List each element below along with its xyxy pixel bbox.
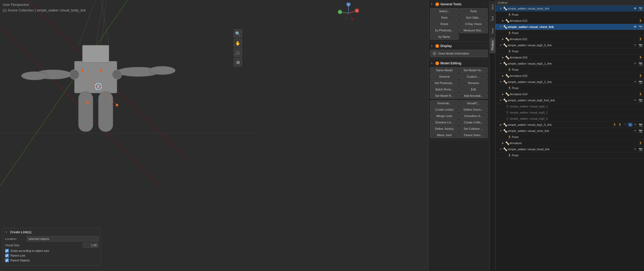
camera-icon-leg10[interactable]: 📷 [638, 122, 643, 127]
outliner-item-armature-016[interactable]: 🦴 Armature.016 🏃 [495, 55, 644, 61]
outliner-item-neck-link[interactable]: 🦴 simple_walker::visual_neck_link 👁 📷 [495, 128, 644, 134]
expand-leg0-0-link[interactable] [499, 43, 503, 47]
outliner-item-pose-head[interactable]: 🏃 Pose [495, 152, 644, 159]
draw-model-info-btn[interactable]: i Draw Model Information [430, 50, 488, 57]
scale-checkbox[interactable] [5, 249, 9, 253]
by-name-btn[interactable]: by Name [430, 34, 459, 40]
model-editing-header[interactable]: Model Editing ⋮⋮ [428, 60, 489, 66]
outliner-item-leg0-0-mesh[interactable]: ▽ simple_walker::visual_leg0_0 [495, 116, 644, 122]
select-btn[interactable]: Select... [430, 8, 459, 14]
expand-pose-leg02[interactable] [503, 86, 507, 90]
define-joints-btn[interactable]: Define Joint(s) [430, 126, 459, 132]
measure-dist-btn[interactable]: Measure Dist... [459, 27, 488, 33]
expand-pose-neck[interactable] [503, 135, 507, 139]
outliner-item-visual-chest-link[interactable]: 🦴 simple_walker::visual_chest_link 👁 📷 [495, 24, 644, 30]
tab-phobos[interactable]: Phobos [490, 37, 495, 53]
expand-armature-neck[interactable] [501, 141, 505, 145]
outliner-item-armature-neck[interactable]: 🦴 Armature 🏃 [495, 140, 644, 146]
outliner-item-pose-leg01[interactable]: 🏃 Pose [495, 67, 644, 73]
outliner-item-armature-015[interactable]: 🦴 Armature.015 🏃 [495, 73, 644, 79]
camera-icon-leg02[interactable]: 📷 [638, 80, 643, 84]
set-model-r-btn[interactable]: Set Model R... [430, 93, 459, 99]
viewport[interactable]: User Perspective (1) Scene Collection | … [0, 0, 428, 271]
outliner-item-armature-022[interactable]: 🦴 Armature.022 🏃 [495, 18, 644, 24]
outliner-item-leg0-0-link[interactable]: 🦴 simple_walker::visual_leg0_0_link 👁 📷 [495, 42, 644, 48]
general-btn[interactable]: General [430, 74, 459, 80]
location-select[interactable]: selected objects [27, 236, 99, 241]
by-phobosty-btn[interactable]: by Phobosty... [430, 27, 459, 33]
gizmo[interactable]: Z X Y [338, 3, 359, 24]
robot-btn[interactable]: Robot [430, 21, 459, 27]
eye-icon-leg00[interactable]: 👁 [633, 43, 638, 48]
expand-pose-leg00[interactable] [503, 49, 507, 53]
eye-icon-leg10[interactable]: 👁 [633, 122, 638, 127]
merge-links-btn[interactable]: Merge Links [430, 113, 459, 119]
eye-icon-body[interactable]: 👁 [633, 6, 638, 11]
expand-leg1-0-link[interactable] [499, 123, 503, 127]
expand-armature-015[interactable] [501, 74, 505, 78]
custom-btn[interactable]: Custom ... [459, 74, 488, 80]
eye-icon-leg01[interactable]: 👁 [633, 61, 638, 66]
outliner-item-pose-body[interactable]: 🏃 Pose [495, 12, 644, 18]
eye-icon-chest[interactable]: 👁 [633, 24, 638, 29]
outliner-item-leg0-2-link[interactable]: 🦴 simple_walker::visual_leg0_2_link 👁 📷 [495, 79, 644, 85]
mimic-joint-btn[interactable]: Mimic Joint [430, 132, 459, 138]
camera-icon-leg01[interactable]: 📷 [638, 61, 643, 66]
visual-size-value[interactable]: 1.00 [83, 243, 99, 248]
grid-tool[interactable]: ⊞ [234, 58, 242, 66]
smoothen-s-btn[interactable]: Smoothen S... [459, 113, 488, 119]
panel-collapse-arrow[interactable] [5, 231, 7, 234]
expand-visual-chest-link[interactable] [499, 25, 503, 29]
eye-icon-head[interactable]: 👁 [633, 147, 638, 152]
outliner-item-head-link[interactable]: 🦴 simple_walker::visual_head_link 👁 📷 [495, 146, 644, 152]
tools-btn[interactable]: Tools [459, 8, 488, 14]
camera-icon-head[interactable]: 📷 [638, 147, 643, 152]
expand-leg0-2-link[interactable] [499, 80, 503, 84]
expand-armature-021[interactable] [501, 37, 505, 41]
eye-icon-leg02[interactable]: 👁 [633, 80, 638, 84]
tab-item[interactable]: Item [490, 1, 495, 12]
root-btn[interactable]: Root [430, 15, 459, 20]
camera-icon-neck[interactable]: 📷 [638, 128, 643, 133]
define-geom-btn[interactable]: Define Geom... [459, 107, 488, 112]
display-header[interactable]: Display ⋮⋮ [428, 43, 489, 49]
set-model-ve-btn[interactable]: Set Model Ve... [459, 67, 488, 73]
expand-armature-022[interactable] [501, 19, 505, 23]
outliner-item-pose-leg00[interactable]: 🏃 Pose [495, 48, 644, 55]
outliner-item-visual-body-link[interactable]: 🦴 simple_walker::visual_body_link 👁 📷 [495, 6, 644, 12]
visual-c-btn[interactable]: Visual/C... [459, 100, 488, 106]
camera-icon-legfoot[interactable]: 📷 [638, 98, 643, 103]
set-phobosty-btn[interactable]: Set Phobosty... [430, 80, 459, 86]
parent-link-checkbox[interactable] [5, 254, 9, 257]
expand-armature-016[interactable] [501, 55, 505, 60]
outliner-item-pose-neck[interactable]: 🏃 Pose [495, 134, 644, 140]
zoom-tool[interactable]: 🔍 [234, 29, 242, 38]
outliner-item-pose-chest[interactable]: 🏃 Pose [495, 30, 644, 36]
tab-view[interactable]: View [490, 25, 495, 37]
rename-btn[interactable]: Rename [459, 80, 488, 86]
eye-icon-neck[interactable]: 👁 [633, 128, 638, 133]
batch-rena-btn[interactable]: Batch Rena... [430, 86, 459, 92]
outliner-item-leg0-foot-link[interactable]: 🦴 simple_walker::visual_leg0_foot_link 👁… [495, 97, 644, 103]
expand-leg0-foot-link[interactable] [499, 98, 503, 102]
name-model-btn[interactable]: Name Model [430, 67, 459, 73]
general-tools-header[interactable]: General Tools ⋮⋮ [428, 1, 489, 7]
expand-visual-body-link[interactable] [499, 6, 503, 11]
create-collis-btn[interactable]: Create Collis... [459, 119, 488, 125]
outliner-item-leg0-1-mesh[interactable]: ▽ simple_walker::visual_leg0_1 [495, 110, 644, 116]
create-links-btn[interactable]: Create Link(s) [430, 107, 459, 112]
expand-pose-head[interactable] [503, 153, 507, 157]
dissolve-lin-btn[interactable]: Dissolve Lin... [430, 119, 459, 125]
hand-tool[interactable]: ✋ [234, 39, 242, 47]
expand-head-link[interactable] [499, 147, 503, 151]
x-ray-vision-btn[interactable]: X-Ray Vision [459, 21, 488, 27]
outliner-item-armature-014[interactable]: 🦴 Armature.014 🏃 [495, 91, 644, 97]
tab-tool[interactable]: Tool [490, 13, 495, 24]
sort-obje-btn[interactable]: Sort Obje... [459, 15, 488, 20]
expand-armature-014[interactable] [501, 92, 505, 96]
camera-tool[interactable]: 🎥 [234, 48, 242, 57]
expand-pose-chest[interactable] [503, 31, 507, 35]
expand-neck-link[interactable] [499, 129, 503, 133]
expand-pose-leg01[interactable] [503, 68, 507, 72]
kinemati-btn[interactable]: Kinemati... [430, 100, 459, 106]
